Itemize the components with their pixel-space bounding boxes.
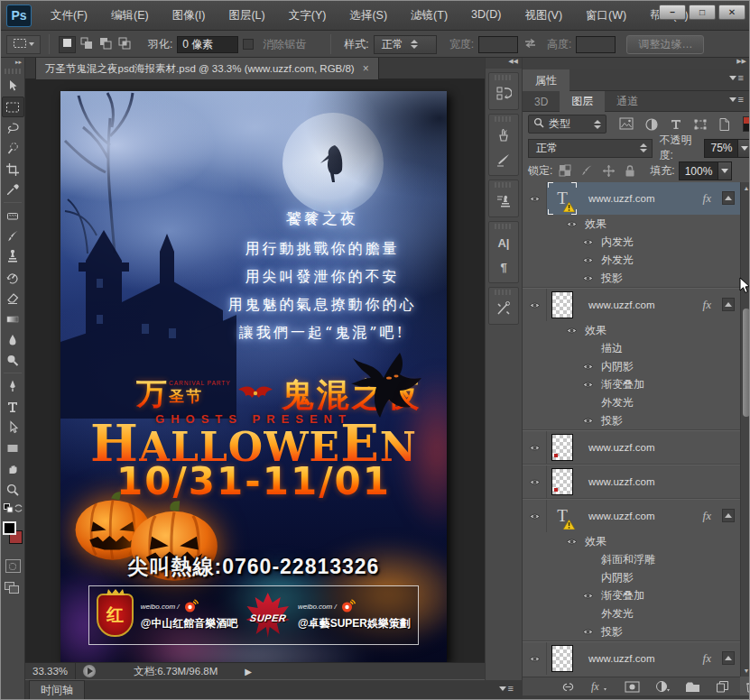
layer-thumbnail[interactable]: [551, 291, 573, 318]
collapse-effects-button[interactable]: [722, 509, 735, 522]
menu-item-4[interactable]: 文字(Y): [279, 5, 337, 27]
adjustment-layer-icon[interactable]: [655, 680, 670, 693]
feather-input[interactable]: 0 像素: [177, 36, 238, 53]
style-select[interactable]: 正常: [374, 35, 437, 54]
antialias-checkbox[interactable]: [243, 39, 254, 50]
history-panel[interactable]: [489, 82, 518, 106]
lock-position-icon[interactable]: [601, 164, 616, 179]
effect-row[interactable]: 外发光: [523, 251, 740, 269]
dodge-tool[interactable]: [2, 350, 24, 371]
default-colors-icon[interactable]: [4, 503, 14, 516]
pen-tool[interactable]: [2, 375, 24, 396]
poster-document[interactable]: 饕餮之夜用行動挑戰你的膽量用尖叫發泄你的不安用鬼魅的氣息撩動你的心讓我們一起“鬼…: [60, 91, 447, 662]
collapse-effects-button[interactable]: [722, 298, 735, 311]
rectangular-marquee-tool[interactable]: [2, 97, 24, 117]
layer-visibility-toggle[interactable]: [523, 500, 547, 532]
swap-colors-icon[interactable]: [14, 503, 23, 516]
menu-item-9[interactable]: 窗口(W): [576, 5, 636, 27]
new-layer-icon[interactable]: [716, 680, 729, 693]
pixel-layer-filter-icon[interactable]: [619, 116, 634, 132]
layer-row[interactable]: www.uzzf.comfx: [523, 642, 740, 675]
panel-grip[interactable]: [495, 75, 513, 80]
layer-mask-icon[interactable]: [625, 681, 640, 693]
layer-row[interactable]: Twww.uzzf.comfx: [523, 182, 740, 215]
effect-row[interactable]: 渐变叠加: [523, 375, 740, 393]
fill-value[interactable]: 100%: [679, 161, 719, 180]
layer-row[interactable]: Twww.uzzf.comfx: [523, 500, 740, 532]
layer-row[interactable]: www.uzzf.comfx: [523, 289, 740, 321]
effect-visibility-toggle[interactable]: [582, 274, 595, 282]
collapse-dock-icon[interactable]: ◀◀: [486, 58, 522, 69]
layer-row[interactable]: www.uzzf.com: [523, 465, 740, 498]
lock-transparency-icon[interactable]: [558, 164, 572, 179]
effect-row[interactable]: 效果: [523, 532, 740, 550]
scrollbar-thumb[interactable]: [743, 309, 750, 417]
healing-brush-tool[interactable]: [2, 205, 24, 226]
effect-row[interactable]: 内阴影: [523, 568, 740, 586]
brush-presets-panel[interactable]: [489, 148, 518, 171]
eraser-tool[interactable]: [2, 288, 24, 309]
zoom-level-field[interactable]: 33.33%: [25, 663, 76, 679]
effect-row[interactable]: 内发光: [523, 233, 740, 251]
text-layer-thumbnail[interactable]: T: [551, 502, 573, 530]
type-tool[interactable]: [2, 396, 24, 417]
type-layer-filter-icon[interactable]: [668, 116, 683, 132]
selection-mode-add-button[interactable]: [78, 36, 95, 53]
swap-dimensions-icon[interactable]: [523, 38, 537, 51]
layer-visibility-toggle[interactable]: [523, 182, 547, 215]
effect-visibility-toggle[interactable]: [566, 538, 579, 546]
selection-mode-subtract-button[interactable]: [97, 36, 114, 53]
effect-row[interactable]: 描边: [523, 339, 740, 357]
refine-edge-button[interactable]: 调整边缘…: [626, 35, 704, 54]
expand-dock-icon[interactable]: ▶▶: [523, 58, 750, 69]
path-selection-tool[interactable]: [2, 417, 24, 438]
collapse-tools-icon[interactable]: ▸▸: [1, 58, 24, 67]
lock-all-icon[interactable]: [623, 164, 637, 179]
effect-row[interactable]: 外发光: [523, 604, 740, 622]
panel-grip[interactable]: [495, 116, 513, 122]
menu-item-3[interactable]: 图层(L): [218, 5, 274, 27]
gradient-tool[interactable]: [2, 309, 24, 329]
brush-panel[interactable]: [489, 124, 518, 147]
opacity-value[interactable]: 75%: [704, 139, 738, 158]
effect-visibility-toggle[interactable]: [566, 220, 579, 228]
panel-tab-图层[interactable]: 图层: [560, 91, 605, 112]
layer-visibility-toggle[interactable]: [523, 289, 547, 321]
menu-item-8[interactable]: 视图(V): [514, 5, 572, 27]
layers-panel-menu-icon[interactable]: ≡: [729, 97, 744, 102]
panel-grip[interactable]: [495, 290, 513, 295]
opacity-dropdown-icon[interactable]: [738, 139, 750, 158]
fill-dropdown-icon[interactable]: [718, 161, 732, 180]
adjustment-layer-filter-icon[interactable]: [644, 116, 659, 132]
quick-selection-tool[interactable]: [2, 138, 24, 159]
zoom-tool[interactable]: [2, 479, 24, 500]
collapse-effects-button[interactable]: [722, 651, 735, 665]
effect-row[interactable]: 效果: [523, 321, 740, 339]
delete-layer-icon[interactable]: [745, 680, 750, 693]
filter-toggle-switch[interactable]: [743, 116, 750, 132]
quick-mask-button[interactable]: [5, 559, 21, 573]
effect-row[interactable]: 渐变叠加: [523, 586, 740, 604]
character-panel[interactable]: A|: [489, 231, 518, 254]
effect-visibility-toggle[interactable]: [582, 256, 595, 264]
blur-tool[interactable]: [2, 329, 24, 350]
selection-mode-new-button[interactable]: [59, 36, 76, 53]
eyedropper-tool[interactable]: [2, 180, 24, 200]
panel-grip[interactable]: [495, 182, 513, 188]
shape-layer-filter-icon[interactable]: [692, 116, 708, 132]
close-tab-icon[interactable]: ×: [363, 62, 369, 75]
effect-visibility-toggle[interactable]: [566, 327, 579, 335]
effect-row[interactable]: 外发光: [523, 393, 740, 411]
clone-stamp-tool[interactable]: [2, 246, 24, 267]
history-brush-tool[interactable]: [2, 267, 24, 288]
layer-visibility-toggle[interactable]: [523, 465, 547, 498]
menu-item-0[interactable]: 文件(F): [41, 5, 97, 27]
layer-style-icon[interactable]: fx: [591, 680, 609, 693]
panel-tab-3D[interactable]: 3D: [523, 91, 560, 112]
layers-scrollbar[interactable]: ▲ ▼: [740, 182, 750, 677]
effect-visibility-toggle[interactable]: [582, 628, 595, 636]
menu-item-1[interactable]: 编辑(E): [101, 5, 159, 27]
selection-mode-intersect-button[interactable]: [116, 36, 133, 53]
panel-tab-通道[interactable]: 通道: [605, 91, 650, 112]
scroll-down-icon[interactable]: ▼: [742, 666, 750, 676]
